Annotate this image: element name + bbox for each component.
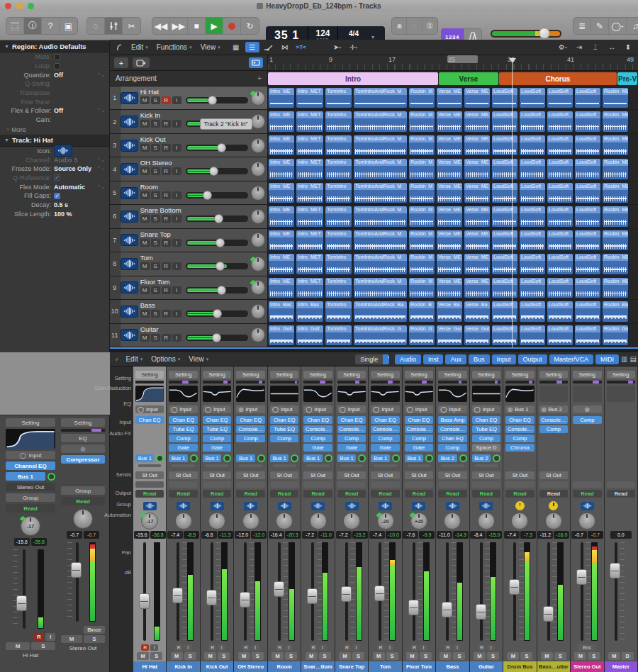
mute-button[interactable]: M	[474, 652, 486, 660]
mute-button[interactable]: M	[6, 642, 30, 650]
solo-button[interactable]: S	[151, 96, 160, 104]
inspector-row-value[interactable]: Automatic	[54, 184, 85, 191]
output-slot[interactable]: St Out	[236, 471, 264, 479]
track-header[interactable]: 9Floor TomMSRI	[110, 276, 268, 299]
mute-button[interactable]: M	[608, 652, 620, 660]
inspector-row[interactable]: Icon:	[0, 147, 109, 156]
forward-button[interactable]: ▶▶	[170, 18, 188, 34]
solo-button[interactable]: S	[151, 144, 160, 152]
mute-button[interactable]: M	[140, 262, 150, 270]
eq-thumbnail[interactable]	[303, 386, 332, 402]
region-loudsoft[interactable]: LoudSoft	[491, 182, 518, 203]
input-slot[interactable]: ◯Input	[303, 405, 332, 413]
region-loudsoft[interactable]: LoudSoft	[519, 230, 546, 251]
send-slot[interactable]: Bus 1	[6, 472, 55, 481]
group-slot[interactable]	[607, 481, 635, 488]
region-tomintro_[interactable]: TomIntro_	[325, 230, 352, 251]
volume-slider-thumb[interactable]	[539, 28, 550, 39]
send-bus-label[interactable]: Bus 1	[169, 454, 187, 462]
region-loudsoft[interactable]: LoudSoft	[491, 277, 518, 298]
volume-slider[interactable]	[186, 263, 248, 269]
region-intro_me[interactable]: Intro_ME	[268, 111, 295, 132]
volume-slider[interactable]	[186, 240, 248, 246]
solo-button[interactable]: S	[218, 652, 230, 660]
fx-slot-chaneq[interactable]: Chan EQ	[203, 416, 231, 424]
mute-button[interactable]: M	[238, 652, 250, 660]
inspector-row-value[interactable]: Off	[54, 72, 63, 79]
record-enable-button[interactable]: R	[162, 96, 171, 104]
channel-setting-button[interactable]: Setting	[573, 371, 601, 379]
channel-setting-button[interactable]: Setting	[337, 371, 366, 379]
mute-button[interactable]: M	[140, 310, 150, 318]
output-slot[interactable]: St Out	[405, 471, 433, 479]
automation-mode-button[interactable]: Read	[539, 490, 568, 498]
fx-slot-chaneq[interactable]: Chan EQ	[135, 416, 164, 424]
fx-slot-comp[interactable]: Comp	[236, 435, 264, 442]
pan-knob[interactable]	[251, 162, 265, 177]
pan-knob[interactable]	[251, 114, 265, 129]
region-intro_me[interactable]: Intro_ME	[268, 206, 295, 227]
tempo-value[interactable]: 124	[315, 29, 330, 38]
region-verse_me[interactable]: Verse_ME	[436, 230, 463, 251]
region-tomintro_[interactable]: TomIntro_	[325, 206, 352, 227]
region-rockin_m[interactable]: Rockin_M	[408, 135, 435, 156]
region-loudsoft[interactable]: LoudSoft	[574, 206, 601, 227]
pan-knob[interactable]	[444, 513, 461, 530]
input-monitor-button[interactable]: I	[184, 644, 192, 651]
inspector-checkbox[interactable]: ✓	[54, 193, 60, 199]
send-level-knob[interactable]	[493, 454, 500, 462]
gear-icon[interactable]: ⚙▾	[556, 42, 570, 52]
input-slot[interactable]: ◎	[573, 405, 601, 413]
inspector-row-value[interactable]: 0.5 s	[54, 201, 68, 208]
input-monitor-button[interactable]: I	[172, 310, 181, 318]
region-intro_met[interactable]: Intro_MET	[296, 87, 324, 108]
track-icon[interactable]	[54, 145, 72, 157]
input-monitor-button[interactable]: I	[319, 644, 327, 651]
input-monitor-button[interactable]: I	[172, 191, 181, 199]
region-loudsoft[interactable]: LoudSoft	[574, 182, 601, 203]
media-browser-icon[interactable]: ♫	[627, 18, 638, 34]
record-enable-button[interactable]: R	[162, 310, 171, 318]
region-loudsoft[interactable]: LoudSoft	[574, 253, 601, 274]
play-button[interactable]: ▶	[206, 18, 223, 34]
inspector-row[interactable]: Channel:Audio 3⌃⌄	[0, 155, 109, 164]
channel-setting-button[interactable]: Setting	[472, 371, 500, 379]
output-slot[interactable]: St Out	[270, 471, 298, 479]
volume-slider-thumb[interactable]	[209, 167, 218, 176]
volume-slider[interactable]	[186, 97, 248, 103]
track-header[interactable]: 8TomMSRI	[110, 252, 268, 275]
region-loudsoft[interactable]: LoudSoft	[519, 135, 546, 156]
record-enable-button[interactable]: R	[276, 644, 284, 651]
fader-cap[interactable]	[206, 590, 217, 605]
fx-slot-chaneq[interactable]: Chan EQ	[236, 416, 264, 424]
channel-name-plate[interactable]: Snare Top	[335, 661, 368, 672]
eq-thumbnail[interactable]	[270, 386, 298, 402]
mute-button[interactable]: M	[61, 635, 82, 643]
mute-button[interactable]: M	[140, 215, 150, 223]
send-level-knob[interactable]	[392, 454, 400, 462]
solo-button[interactable]: S	[285, 652, 297, 660]
region-loudsoft_[interactable]: LoudSoft_	[547, 325, 573, 346]
fx-slot-tubeeq[interactable]: Tube EQ	[203, 425, 231, 433]
output-slot[interactable]: St Out	[203, 471, 231, 479]
fx-slot-comp[interactable]: Comp	[270, 435, 298, 442]
fx-slot-comp[interactable]: Comp	[337, 435, 366, 442]
pan-knob[interactable]	[242, 513, 259, 530]
pan-knob[interactable]	[208, 513, 225, 530]
send-level-knob[interactable]	[358, 454, 366, 462]
region-rockin_m[interactable]: Rockin_M	[408, 253, 435, 274]
region-tomintroandrock_m[interactable]: TomIntroAndRock_M	[353, 253, 408, 274]
region-more-disclosure[interactable]: ›More	[0, 125, 109, 135]
record-enable-button[interactable]: R	[141, 644, 149, 651]
volume-slider[interactable]	[186, 287, 248, 293]
quick-help-display-icon[interactable]: ⿴	[6, 18, 24, 34]
region-tomintroandrock_m[interactable]: TomIntroAndRock_M	[353, 206, 408, 227]
group-slot[interactable]	[203, 481, 231, 488]
send-bus-label[interactable]: Bus 1	[6, 472, 45, 481]
record-enable-button[interactable]: R	[310, 644, 318, 651]
region-verse_gui[interactable]: Verse_Gui	[464, 325, 491, 346]
channel-name-plate[interactable]: Bass	[436, 661, 469, 672]
automation-mode-button[interactable]: Read	[303, 490, 332, 498]
channel-setting-button[interactable]: Setting	[236, 371, 264, 379]
pan-knob[interactable]	[251, 233, 265, 247]
